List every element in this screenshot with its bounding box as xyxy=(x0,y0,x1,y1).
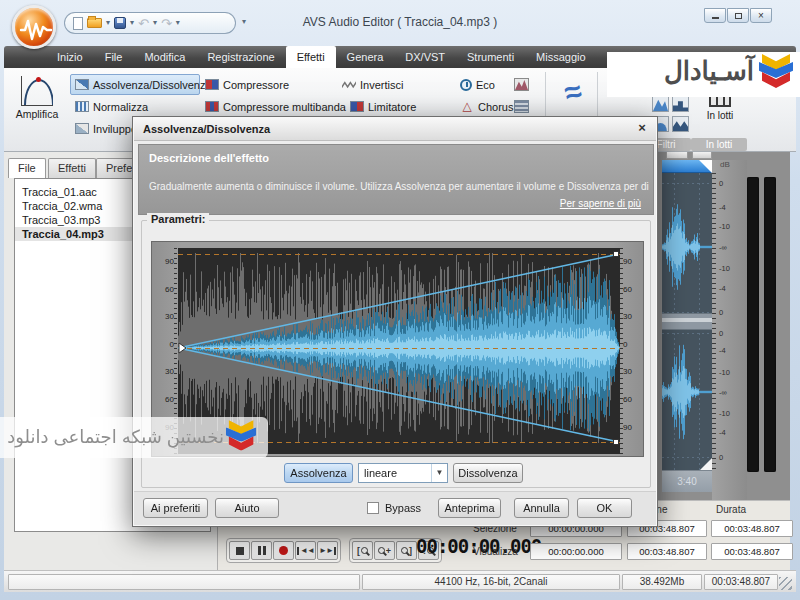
waveform-logo-icon xyxy=(19,17,53,43)
status-filesize: 38.492Mb xyxy=(622,574,702,590)
effect-compressore[interactable]: Compressore xyxy=(200,74,294,95)
effect-compressore-multibanda[interactable]: Compressore multibanda xyxy=(200,96,351,117)
timeline[interactable]: 3:40 xyxy=(662,470,712,492)
tab-missaggio[interactable]: Missaggio xyxy=(525,46,597,68)
redo-icon[interactable]: ↷ xyxy=(161,17,172,30)
save-icon[interactable] xyxy=(114,17,126,29)
selection-marker-icon[interactable] xyxy=(699,160,712,173)
tab-strumenti[interactable]: Strumenti xyxy=(456,46,525,68)
compressor-icon xyxy=(205,79,219,90)
db-tick: -4 xyxy=(719,346,745,355)
open-folder-icon[interactable] xyxy=(87,18,102,28)
reverb-icon[interactable] xyxy=(514,100,529,113)
panel-tab-file[interactable]: File xyxy=(8,158,46,178)
axis-tick-left: 60 xyxy=(154,285,174,295)
status-empty-cell xyxy=(8,574,360,590)
view-end-field[interactable]: 00:03:48.807 xyxy=(627,543,707,560)
preview-button[interactable]: Anteprima xyxy=(438,498,501,518)
fade-dialog: Assolvenza/Dissolvenza × Descrizione del… xyxy=(132,116,658,527)
favorites-button[interactable]: Ai preferiti xyxy=(143,498,208,518)
effect-description-panel: Descrizione dell'effetto Gradualmente au… xyxy=(138,144,654,215)
view-start-field[interactable]: 00:00:00.000 xyxy=(530,543,622,560)
app-logo[interactable] xyxy=(12,5,56,49)
selection-length-field[interactable]: 00:03:48.807 xyxy=(711,520,793,537)
effect-limitatore[interactable]: Limitatore xyxy=(345,96,421,117)
amplify-curve-icon xyxy=(21,76,53,106)
record-button[interactable] xyxy=(273,541,294,560)
tab-effetti[interactable]: Effetti xyxy=(286,46,336,68)
axis-tick-left: 60 xyxy=(154,395,174,405)
transport-controls: ◄◄ ►► xyxy=(226,538,341,563)
pause-button[interactable] xyxy=(251,541,272,560)
effect-assolvenza-dissolvenza[interactable]: Assolvenza/Dissolvenza xyxy=(70,74,200,95)
filter-lowpass-icon[interactable] xyxy=(672,116,689,132)
durata-header: Durata xyxy=(716,504,746,515)
close-button[interactable]: × xyxy=(750,8,772,23)
undo-dropdown-icon[interactable]: ▾ xyxy=(153,19,157,27)
learn-more-link[interactable]: Per saperne di più xyxy=(560,198,641,209)
cancel-button[interactable]: Annulla xyxy=(514,498,569,518)
in-lotti-button[interactable]: In lotti xyxy=(696,92,744,137)
axis-tick-left: 0 xyxy=(154,340,174,350)
save-dropdown-icon[interactable]: ▾ xyxy=(130,19,134,27)
panel-tab-effetti[interactable]: Effetti xyxy=(48,158,96,178)
help-button[interactable]: Aiuto xyxy=(215,498,279,518)
quick-access-toolbar: ▾ ▾ ↶ ▾ ↷ ▾ xyxy=(64,12,236,34)
stop-button[interactable] xyxy=(229,541,250,560)
app-window: ▾ ▾ ↶ ▾ ↷ ▾ ▾ AVS Audio Editor ( Traccia… xyxy=(0,0,800,600)
view-length-field[interactable]: 00:03:48.807 xyxy=(711,543,793,560)
zoom-selection-button[interactable]: [ xyxy=(352,541,373,560)
axis-tick-right: 60 xyxy=(623,395,643,405)
amplifica-button[interactable]: Amplifica xyxy=(10,71,64,149)
open-dropdown-icon[interactable]: ▾ xyxy=(106,19,110,27)
minimize-button[interactable] xyxy=(704,8,726,23)
new-file-icon[interactable] xyxy=(73,17,83,30)
tab-file[interactable]: File xyxy=(94,46,134,68)
tab-genera[interactable]: Genera xyxy=(336,46,395,68)
fade-icon xyxy=(75,79,89,90)
pitch-icon[interactable] xyxy=(514,78,529,91)
editor-toolbar-button[interactable] xyxy=(666,152,688,159)
db-tick: 0 xyxy=(719,453,745,462)
customize-toolbar-icon[interactable]: ▾ xyxy=(242,18,246,26)
effect-chorus[interactable]: △ Chorus xyxy=(455,96,518,117)
tab-modifica[interactable]: Modifica xyxy=(133,46,196,68)
editor-waveform[interactable] xyxy=(662,173,712,471)
window-title: AVS Audio Editor ( Traccia_04.mp3 ) xyxy=(250,15,550,29)
ok-button[interactable]: OK xyxy=(577,498,632,518)
effect-normalizza[interactable]: Normalizza xyxy=(70,96,153,117)
chorus-icon: △ xyxy=(460,101,474,112)
effect-eco[interactable]: Eco xyxy=(455,74,500,95)
resize-grip-icon[interactable] xyxy=(779,577,792,590)
db-tick: -10 xyxy=(719,222,745,231)
axis-tick-right: 0 xyxy=(623,340,643,350)
vibrato-icon[interactable]: ≈ xyxy=(548,68,598,117)
axis-tick-left: 90 xyxy=(154,257,174,267)
axis-tick-right: 30 xyxy=(623,312,643,322)
tab-inizio[interactable]: Inizio xyxy=(46,46,94,68)
filter-notch-icon[interactable] xyxy=(672,96,689,112)
watermark-top-text: آسـیادال xyxy=(664,56,754,87)
skip-start-button[interactable]: ◄◄ xyxy=(295,541,316,560)
axis-tick-right: 30 xyxy=(623,367,643,377)
effect-invertisci[interactable]: Invertisci xyxy=(337,74,408,95)
status-format: 44100 Hz, 16-bit, 2Canali xyxy=(362,574,620,590)
curve-select[interactable]: lineare ▼ xyxy=(358,463,448,483)
zoom-out-button[interactable]: ] xyxy=(396,541,417,560)
tab-registrazione[interactable]: Registrazione xyxy=(196,46,285,68)
skip-end-button[interactable]: ►► xyxy=(317,541,338,560)
undo-icon[interactable]: ↶ xyxy=(138,17,149,30)
fade-in-button[interactable]: Assolvenza xyxy=(284,463,353,483)
maximize-button[interactable] xyxy=(727,8,749,23)
dialog-title: Assolvenza/Dissolvenza xyxy=(134,118,656,141)
db-ruler xyxy=(712,173,716,473)
bypass-checkbox[interactable] xyxy=(367,502,379,514)
normalize-icon xyxy=(75,101,89,112)
dialog-close-icon[interactable]: × xyxy=(634,120,650,136)
redo-dropdown-icon[interactable]: ▾ xyxy=(176,19,180,27)
tab-dxvst[interactable]: DX/VST xyxy=(394,46,456,68)
editor-toolbar-button[interactable] xyxy=(692,152,712,159)
fade-out-button[interactable]: Dissolvenza xyxy=(453,463,523,483)
filter-highpass-icon[interactable] xyxy=(652,96,669,112)
zoom-in-button[interactable]: + xyxy=(374,541,395,560)
